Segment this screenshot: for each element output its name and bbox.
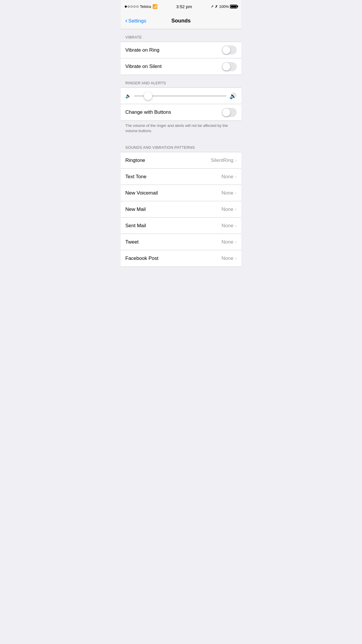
text-tone-value-text: None [222,174,233,180]
ringer-footer-note: The volume of the ringer and alerts will… [121,121,241,139]
sounds-patterns-header: SOUNDS AND VIBRATION PATTERNS [121,139,241,152]
signal-dot-1 [125,6,127,8]
text-tone-chevron-icon: › [235,174,237,179]
facebook-post-chevron-icon: › [235,256,237,261]
carrier-label: Telstra [140,4,151,9]
signal-dots [125,6,138,8]
tweet-chevron-icon: › [235,239,237,245]
sent-mail-row[interactable]: Sent Mail None › [121,218,241,234]
ringer-table: 🔈 🔊 Change with Buttons [121,88,241,121]
signal-dot-2 [128,6,130,8]
signal-dot-4 [133,6,136,8]
nav-bar: ‹ Settings Sounds [121,13,241,29]
change-with-buttons-row: Change with Buttons [121,104,241,120]
volume-slider[interactable] [134,95,226,97]
new-voicemail-row[interactable]: New Voicemail None › [121,185,241,201]
ringtone-value: SilentRing › [211,158,237,163]
signal-dot-3 [131,6,133,8]
new-mail-value-text: None [222,206,233,212]
volume-low-icon: 🔈 [125,93,131,99]
location-icon: ⇗ [211,4,214,8]
vibrate-section-header: VIBRATE [121,29,241,42]
new-voicemail-chevron-icon: › [235,190,237,196]
text-tone-value: None › [222,174,237,180]
signal-dot-5 [136,6,138,8]
sent-mail-chevron-icon: › [235,223,237,228]
facebook-post-label: Facebook Post [125,256,158,261]
new-mail-row[interactable]: New Mail None › [121,201,241,218]
status-bar: Telstra ﻿📶 3:52 pm ⇗ ✗ 100% [121,0,241,13]
tweet-value-text: None [222,239,233,245]
battery-fill [231,6,236,8]
ringtone-chevron-icon: › [235,158,237,163]
sent-mail-label: Sent Mail [125,223,146,229]
change-with-buttons-toggle[interactable] [222,108,237,117]
new-mail-value: None › [222,206,237,212]
new-voicemail-value: None › [222,190,237,196]
text-tone-row[interactable]: Text Tone None › [121,169,241,185]
ringtone-value-text: SilentRing [211,158,233,163]
vibrate-on-silent-label: Vibrate on Silent [125,64,161,69]
back-button[interactable]: ‹ Settings [124,17,148,25]
toggle-thumb-2 [222,63,230,71]
facebook-post-row[interactable]: Facebook Post None › [121,250,241,267]
status-time: 3:52 pm [176,4,192,9]
sent-mail-value-text: None [222,223,233,229]
sounds-patterns-table: Ringtone SilentRing › Text Tone None › N… [121,152,241,267]
ringtone-label: Ringtone [125,158,145,163]
text-tone-label: Text Tone [125,174,146,180]
battery-icon [230,5,237,8]
page-title: Sounds [171,18,191,24]
battery-percent: 100% [219,4,229,9]
tweet-label: Tweet [125,239,138,245]
back-label: Settings [128,18,146,24]
vibrate-on-ring-row: Vibrate on Ring [121,42,241,58]
status-left: Telstra ﻿📶 [125,4,157,9]
new-mail-label: New Mail [125,206,146,212]
facebook-post-value-text: None [222,256,233,261]
tweet-value: None › [222,239,237,245]
battery-indicator [230,5,237,8]
back-chevron-icon: ‹ [125,18,127,24]
vibrate-table: Vibrate on Ring Vibrate on Silent [121,42,241,75]
wifi-icon: 📶 [152,4,157,9]
change-with-buttons-label: Change with Buttons [125,109,171,115]
new-voicemail-value-text: None [222,190,233,196]
vibrate-on-ring-toggle[interactable] [222,46,237,55]
vibrate-on-ring-label: Vibrate on Ring [125,47,159,53]
vibrate-on-silent-row: Vibrate on Silent [121,58,241,75]
vibrate-on-silent-toggle[interactable] [222,62,237,71]
slider-thumb[interactable] [144,92,152,100]
status-right: ⇗ ✗ 100% [211,4,237,9]
toggle-thumb-3 [222,108,230,116]
facebook-post-value: None › [222,256,237,261]
sent-mail-value: None › [222,223,237,229]
toggle-thumb [222,46,230,54]
new-mail-chevron-icon: › [235,207,237,212]
volume-high-icon: 🔊 [229,92,237,99]
ringer-section-header: RINGER AND ALERTS [121,75,241,88]
volume-slider-row: 🔈 🔊 [121,88,241,104]
ringtone-row[interactable]: Ringtone SilentRing › [121,152,241,169]
bluetooth-icon: ✗ [215,4,218,9]
tweet-row[interactable]: Tweet None › [121,234,241,250]
new-voicemail-label: New Voicemail [125,190,158,196]
